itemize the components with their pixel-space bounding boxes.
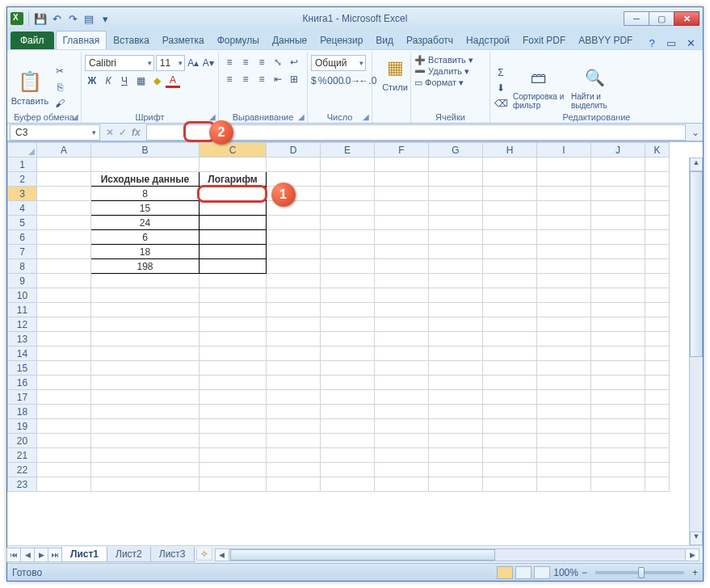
cell-E11[interactable] — [321, 303, 375, 317]
cell-F10[interactable] — [375, 288, 429, 303]
normal-view-button[interactable] — [497, 566, 513, 579]
cell-A3[interactable] — [37, 187, 91, 201]
cell-F4[interactable] — [375, 201, 429, 216]
cell-C8[interactable] — [200, 259, 267, 274]
cell-H22[interactable] — [483, 463, 537, 477]
find-select-button[interactable]: 🔍 Найти и выделить — [569, 63, 620, 111]
cell-J2[interactable] — [591, 172, 645, 187]
dialog-launcher-icon[interactable]: ◢ — [72, 112, 78, 121]
cell-E23[interactable] — [321, 477, 375, 492]
col-header-F[interactable]: F — [375, 143, 429, 158]
cell-H18[interactable] — [483, 405, 537, 419]
cell-K1[interactable] — [645, 158, 670, 172]
italic-button[interactable]: К — [101, 74, 116, 88]
row-header-12[interactable]: 12 — [8, 317, 37, 332]
cell-E22[interactable] — [321, 463, 375, 477]
sheet-tab-2[interactable]: Лист2 — [107, 547, 151, 562]
tab-view[interactable]: Вид — [369, 32, 400, 49]
cell-I14[interactable] — [537, 346, 591, 361]
cell-G2[interactable] — [429, 172, 483, 187]
cell-I21[interactable] — [537, 448, 591, 463]
cell-I20[interactable] — [537, 434, 591, 448]
cell-B23[interactable] — [91, 477, 200, 492]
cell-K10[interactable] — [645, 288, 670, 303]
tab-addins[interactable]: Надстрой — [460, 32, 516, 49]
cell-B5[interactable]: 24 — [91, 216, 200, 230]
cell-D22[interactable] — [267, 463, 321, 477]
cell-A8[interactable] — [37, 259, 91, 274]
tab-abbyy[interactable]: ABBYY PDF — [572, 32, 639, 49]
cell-A20[interactable] — [37, 434, 91, 448]
cut-icon[interactable]: ✂ — [53, 64, 67, 78]
wrap-text-icon[interactable]: ↩ — [287, 55, 301, 69]
cell-B20[interactable] — [91, 434, 200, 448]
cell-D15[interactable] — [267, 361, 321, 376]
new-sheet-button[interactable]: ✧ — [196, 548, 212, 561]
zoom-out-button[interactable]: − — [582, 567, 587, 578]
cell-K20[interactable] — [645, 434, 670, 448]
row-header-3[interactable]: 3 — [8, 187, 37, 201]
cell-J12[interactable] — [591, 317, 645, 332]
cell-G18[interactable] — [429, 405, 483, 419]
cell-J17[interactable] — [591, 390, 645, 405]
cell-K6[interactable] — [645, 230, 670, 245]
tab-formulas[interactable]: Формулы — [211, 32, 266, 49]
cell-J4[interactable] — [591, 201, 645, 216]
cell-F20[interactable] — [375, 434, 429, 448]
align-left-icon[interactable]: ≡ — [222, 72, 237, 86]
cell-A21[interactable] — [37, 448, 91, 463]
row-header-13[interactable]: 13 — [8, 332, 37, 346]
cell-C9[interactable] — [200, 274, 267, 288]
cell-H10[interactable] — [483, 288, 537, 303]
page-break-view-button[interactable] — [534, 566, 550, 579]
cell-K13[interactable] — [645, 332, 670, 346]
dialog-launcher-icon[interactable]: ◢ — [298, 112, 305, 121]
undo-icon[interactable]: ↶ — [50, 12, 63, 25]
vertical-scrollbar[interactable]: ▲ ▼ — [689, 158, 703, 545]
row-header-7[interactable]: 7 — [8, 245, 37, 259]
cell-E13[interactable] — [321, 332, 375, 346]
cell-J13[interactable] — [591, 332, 645, 346]
cell-A19[interactable] — [37, 419, 91, 434]
cell-K21[interactable] — [645, 448, 670, 463]
align-middle-icon[interactable]: ≡ — [238, 55, 253, 69]
vscroll-thumb[interactable] — [690, 171, 703, 357]
cell-B21[interactable] — [91, 448, 200, 463]
cell-I23[interactable] — [537, 477, 591, 492]
cell-A12[interactable] — [37, 317, 91, 332]
cell-F13[interactable] — [375, 332, 429, 346]
align-top-icon[interactable]: ≡ — [222, 55, 237, 69]
orientation-icon[interactable]: ⤡ — [271, 55, 285, 69]
first-sheet-button[interactable]: ⏮ — [6, 548, 21, 562]
zoom-slider[interactable] — [595, 571, 684, 574]
maximize-button[interactable]: ▢ — [649, 11, 674, 26]
cell-I9[interactable] — [537, 274, 591, 288]
cell-C7[interactable] — [200, 245, 267, 259]
page-layout-view-button[interactable] — [515, 566, 531, 579]
select-all-corner[interactable] — [8, 143, 37, 158]
cell-C12[interactable] — [200, 317, 267, 332]
cell-J18[interactable] — [591, 405, 645, 419]
col-header-C[interactable]: C — [200, 143, 267, 158]
cell-D11[interactable] — [267, 303, 321, 317]
cell-K4[interactable] — [645, 201, 670, 216]
row-header-8[interactable]: 8 — [8, 259, 37, 274]
cell-E3[interactable] — [321, 187, 375, 201]
cell-F5[interactable] — [375, 216, 429, 230]
cell-G16[interactable] — [429, 376, 483, 390]
cell-B4[interactable]: 15 — [91, 201, 200, 216]
cell-E12[interactable] — [321, 317, 375, 332]
cell-H8[interactable] — [483, 259, 537, 274]
grow-font-icon[interactable]: A▴ — [187, 56, 200, 70]
horizontal-scrollbar[interactable]: ◀ ▶ — [216, 548, 699, 561]
cell-A22[interactable] — [37, 463, 91, 477]
cell-D5[interactable] — [267, 216, 321, 230]
shrink-font-icon[interactable]: A▾ — [202, 56, 215, 70]
cell-D10[interactable] — [267, 288, 321, 303]
sheet-tab-1[interactable]: Лист1 — [61, 547, 107, 562]
merge-icon[interactable]: ⊞ — [287, 72, 301, 86]
redo-icon[interactable]: ↷ — [66, 12, 79, 25]
cell-G4[interactable] — [429, 201, 483, 216]
cell-B14[interactable] — [91, 346, 200, 361]
tab-insert[interactable]: Вставка — [107, 32, 156, 49]
